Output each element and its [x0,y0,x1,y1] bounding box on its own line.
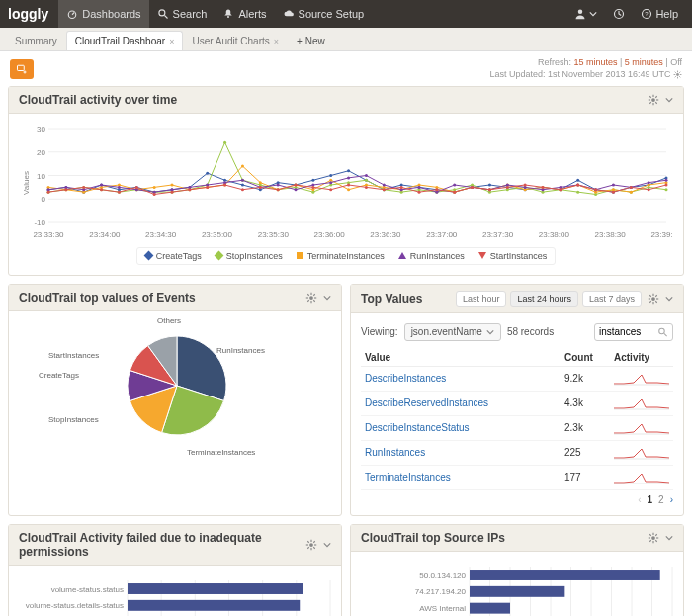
svg-point-198 [64,189,67,192]
user-menu[interactable] [568,8,603,20]
close-icon[interactable]: × [169,37,174,46]
svg-line-297 [655,534,657,536]
chevron-down-icon[interactable] [323,539,331,551]
svg-point-212 [311,186,314,189]
svg-point-202 [135,186,138,189]
svg-text:Values: Values [22,171,31,195]
panel-title: CloudTrail top values of Events [19,291,196,305]
svg-point-242 [651,297,655,301]
top-nav: Dashboards Search Alerts Source Setup [58,0,372,28]
nav-dashboards[interactable]: Dashboards [58,0,148,28]
add-widget-icon [16,63,28,75]
gear-icon[interactable] [305,539,317,551]
svg-point-131 [153,186,156,189]
activity-cell [610,465,673,489]
chevron-down-icon[interactable] [665,532,673,544]
panel-title: CloudTrail top Source IPs [361,531,505,545]
tab-user-audit[interactable]: User Audit Charts× [183,31,288,50]
gear-icon[interactable] [305,292,317,304]
gear-icon[interactable] [648,293,659,305]
value-link[interactable]: DescribeReservedInstances [361,391,561,415]
gear-icon[interactable] [673,70,682,79]
svg-point-177 [329,182,332,185]
tab-new[interactable]: + New [288,31,334,50]
field-select[interactable]: json.eventName [404,323,501,341]
svg-point-83 [576,179,579,182]
time-btn-last-24h[interactable]: Last 24 hours [510,291,578,307]
refresh-5m-link[interactable]: 5 minutes [625,57,663,67]
nav-alerts[interactable]: Alerts [215,0,274,28]
tab-cloudtrail[interactable]: CloudTrail Dashboar× [66,31,184,50]
svg-point-230 [630,186,633,189]
svg-point-107 [365,179,368,182]
svg-point-5 [578,10,583,15]
svg-line-240 [307,300,309,302]
svg-point-124 [665,189,668,192]
time-range-buttons: Last hour Last 24 hours Last 7 days [456,291,642,307]
chevron-down-icon[interactable] [323,292,331,304]
svg-text:23:35:30: 23:35:30 [258,230,290,239]
svg-point-227 [576,184,579,187]
svg-point-21 [651,99,655,103]
filter-input[interactable] [599,326,654,337]
viewing-label: Viewing: [361,326,398,337]
svg-line-3 [164,16,167,19]
svg-line-19 [675,76,676,77]
refresh-15m-link[interactable]: 15 minutes [573,57,617,67]
svg-line-20 [679,72,680,73]
svg-line-238 [307,294,309,296]
value-link[interactable]: RunInstances [361,440,561,465]
pager-prev[interactable]: ‹ [638,494,641,505]
count-cell: 9.2k [561,366,610,391]
svg-point-99 [223,141,226,144]
nav-source-setup[interactable]: Source Setup [275,0,373,28]
time-btn-last-hour[interactable]: Last hour [456,291,507,307]
pager-next[interactable]: › [670,494,673,505]
add-widget-button[interactable] [10,59,34,79]
nav-search[interactable]: Search [149,0,216,28]
svg-text:0: 0 [42,196,46,205]
svg-text:?: ? [646,11,649,17]
table-row: DescribeInstanceStatus2.3k [361,415,673,440]
search-icon [157,8,169,20]
svg-point-12 [676,73,679,76]
pager-page-1[interactable]: 1 [648,494,653,505]
svg-line-29 [655,97,657,99]
close-icon[interactable]: × [274,37,279,46]
svg-point-180 [383,184,386,187]
svg-point-119 [576,191,579,194]
svg-line-261 [313,541,315,543]
last-updated: Last Updated: 1st November 2013 16:49 UT… [489,69,670,79]
value-link[interactable]: DescribeInstances [361,366,561,391]
svg-point-229 [612,191,615,194]
svg-text:23:36:30: 23:36:30 [370,230,401,239]
svg-point-70 [347,170,350,173]
activity-cell [610,415,673,440]
table-row: DescribeReservedInstances4.3k [361,391,673,415]
records-count: 58 records [507,326,554,337]
svg-point-203 [153,193,156,196]
chevron-down-icon[interactable] [665,94,673,106]
svg-point-175 [295,189,298,192]
svg-point-4 [227,16,229,18]
value-link[interactable]: TerminateInstances [361,465,561,489]
pager: ‹ 1 2 › [361,494,673,505]
time-btn-last-7d[interactable]: Last 7 days [582,291,642,307]
svg-text:volume-status.details-status: volume-status.details-status [26,601,124,610]
value-link[interactable]: DescribeInstanceStatus [361,415,561,440]
tab-summary[interactable]: Summary [6,31,66,50]
svg-point-231 [648,189,650,192]
gear-icon[interactable] [648,94,659,106]
svg-point-204 [171,191,174,194]
svg-line-258 [307,541,309,543]
svg-point-219 [435,189,438,192]
chevron-down-icon[interactable] [665,293,673,305]
clock-button[interactable] [607,8,631,20]
help-button[interactable]: ? Help [635,8,684,20]
filter-search[interactable] [594,323,673,341]
gear-icon[interactable] [648,532,659,544]
svg-text:23:35:00: 23:35:00 [202,230,233,239]
pager-page-2[interactable]: 2 [658,494,664,505]
nav-search-label: Search [173,8,208,20]
pie-label: StartInstances [48,351,99,360]
